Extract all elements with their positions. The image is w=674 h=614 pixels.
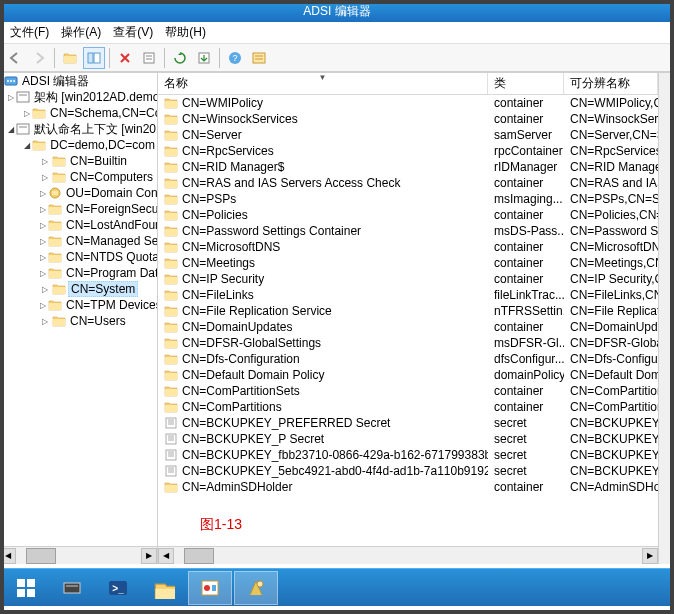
expander-icon[interactable] [40,268,46,278]
list-row[interactable]: CN=Password Settings ContainermsDS-Pass.… [158,223,658,239]
list-row[interactable]: CN=BCKUPKEY_P SecretsecretCN=BCKUPKEY_P … [158,431,658,447]
tree-hscroll[interactable]: ◀ ▶ [0,546,157,564]
expander-icon[interactable] [40,284,50,294]
list-row[interactable]: CN=MicrosoftDNScontainerCN=MicrosoftDNS [158,239,658,255]
server-manager-button[interactable] [50,571,94,605]
menu-help[interactable]: 帮助(H) [159,22,212,43]
expander-icon[interactable] [8,124,14,134]
list-row[interactable]: CN=BCKUPKEY_PREFERRED SecretsecretCN=BCK… [158,415,658,431]
scroll-right-button[interactable]: ▶ [141,548,157,564]
list-hscroll[interactable]: ◀ ▶ [158,546,658,564]
list-row[interactable]: CN=RID Manager$rIDManagerCN=RID Manager$ [158,159,658,175]
svg-point-35 [257,581,263,587]
list-row[interactable]: CN=File Replication ServicenTFRSSettin..… [158,303,658,319]
list-row[interactable]: CN=RAS and IAS Servers Access Checkconta… [158,175,658,191]
cell-name: CN=File Replication Service [158,304,488,318]
col-class[interactable]: 类 [488,73,564,94]
list-row[interactable]: CN=PoliciescontainerCN=Policies,CN=S [158,207,658,223]
expander-icon[interactable] [24,108,30,118]
expander-icon[interactable] [8,92,14,102]
scroll-left-button[interactable]: ◀ [158,548,174,564]
show-tree-button[interactable] [83,47,105,69]
tree-item[interactable]: OU=Domain Contr [0,185,157,201]
expander-icon[interactable] [40,316,50,326]
new-folder-button[interactable] [59,47,81,69]
folder-icon [164,273,178,285]
list-row[interactable]: CN=Dfs-ConfigurationdfsConfigur...CN=Dfs… [158,351,658,367]
list-row[interactable]: CN=MeetingscontainerCN=Meetings,CN= [158,255,658,271]
list-row[interactable]: CN=ComPartitionscontainerCN=ComPartition… [158,399,658,415]
list-row[interactable]: CN=DFSR-GlobalSettingsmsDFSR-Gl...CN=DFS… [158,335,658,351]
tree-item-label: CN=ForeignSecurit [64,202,157,216]
col-dn[interactable]: 可分辨名称 [564,73,658,94]
list-row[interactable]: CN=IP SecuritycontainerCN=IP Security,CN [158,271,658,287]
folder-icon [164,321,178,333]
explorer-button[interactable] [142,571,186,605]
col-name[interactable]: 名称 ▼ [158,73,488,94]
expander-icon[interactable] [40,300,46,310]
powershell-button[interactable]: >_ [96,571,140,605]
scroll-left-button[interactable]: ◀ [0,548,16,564]
menu-view[interactable]: 查看(V) [107,22,159,43]
forward-button[interactable] [28,47,50,69]
properties-button[interactable] [138,47,160,69]
tree-item[interactable]: CN=Managed Serv [0,233,157,249]
list-row[interactable]: CN=BCKUPKEY_5ebc4921-abd0-4f4d-ad1b-7a11… [158,463,658,479]
refresh-button[interactable] [169,47,191,69]
list-row[interactable]: CN=WinsockServicescontainerCN=WinsockSer… [158,111,658,127]
tree-item-label: CN=Builtin [68,154,129,168]
tree-schema-context[interactable]: 架构 [win2012AD.demo.co [0,89,157,105]
list-row[interactable]: CN=WMIPolicycontainerCN=WMIPolicy,CN [158,95,658,111]
start-button[interactable] [4,571,48,605]
list-row[interactable]: CN=DomainUpdatescontainerCN=DomainUpdat [158,319,658,335]
tree-item[interactable]: CN=TPM Devices [0,297,157,313]
expander-icon[interactable] [24,140,30,150]
filter-button[interactable] [248,47,270,69]
export-button[interactable] [193,47,215,69]
list-row[interactable]: CN=ServersamServerCN=Server,CN=Sys [158,127,658,143]
expander-icon[interactable] [40,188,46,198]
scroll-thumb[interactable] [26,548,56,564]
expander-icon[interactable] [40,172,50,182]
tree-item[interactable]: CN=Users [0,313,157,329]
expander-icon[interactable] [40,156,50,166]
tree-schema-child[interactable]: CN=Schema,CN=Conf [0,105,157,121]
tree-item[interactable]: CN=Program Data [0,265,157,281]
back-button[interactable] [4,47,26,69]
tree-dc[interactable]: DC=demo,DC=com [0,137,157,153]
cell-class: msDS-Pass... [488,224,564,238]
list-row[interactable]: CN=AdminSDHoldercontainerCN=AdminSDHold [158,479,658,495]
scroll-right-button[interactable]: ▶ [642,548,658,564]
cell-dn: CN=Dfs-Configura [564,352,658,366]
folder-icon [52,315,66,327]
help-button[interactable]: ? [224,47,246,69]
tree-root[interactable]: ADSI 编辑器 [0,73,157,89]
list-row[interactable]: CN=BCKUPKEY_fbb23710-0866-429a-b162-6717… [158,447,658,463]
adsi-task-button[interactable] [234,571,278,605]
expander-icon[interactable] [40,220,46,230]
tree-item[interactable]: CN=ForeignSecurit [0,201,157,217]
tree-item[interactable]: CN=System [0,281,157,297]
expander-icon[interactable] [40,204,46,214]
tree-item[interactable]: CN=NTDS Quotas [0,249,157,265]
cell-name: CN=Dfs-Configuration [158,352,488,366]
cell-class: secret [488,416,564,430]
mmc-button[interactable] [188,571,232,605]
list-row[interactable]: CN=RpcServicesrpcContainerCN=RpcServices… [158,143,658,159]
menu-action[interactable]: 操作(A) [55,22,107,43]
list-row[interactable]: CN=PSPsmsImaging...CN=PSPs,CN=Syste [158,191,658,207]
list-vscroll[interactable] [658,73,674,564]
delete-button[interactable] [114,47,136,69]
menu-file[interactable]: 文件(F) [4,22,55,43]
tree-item[interactable]: CN=Computers [0,169,157,185]
tree-default-context[interactable]: 默认命名上下文 [win2012AI [0,121,157,137]
tree-item[interactable]: CN=LostAndFound [0,217,157,233]
folder-icon [48,203,62,215]
expander-icon[interactable] [40,236,46,246]
scroll-thumb[interactable] [184,548,214,564]
expander-icon[interactable] [40,252,46,262]
list-row[interactable]: CN=FileLinksfileLinkTrac...CN=FileLinks,… [158,287,658,303]
list-row[interactable]: CN=ComPartitionSetscontainerCN=ComPartit… [158,383,658,399]
tree-item[interactable]: CN=Builtin [0,153,157,169]
list-row[interactable]: CN=Default Domain PolicydomainPolicyCN=D… [158,367,658,383]
